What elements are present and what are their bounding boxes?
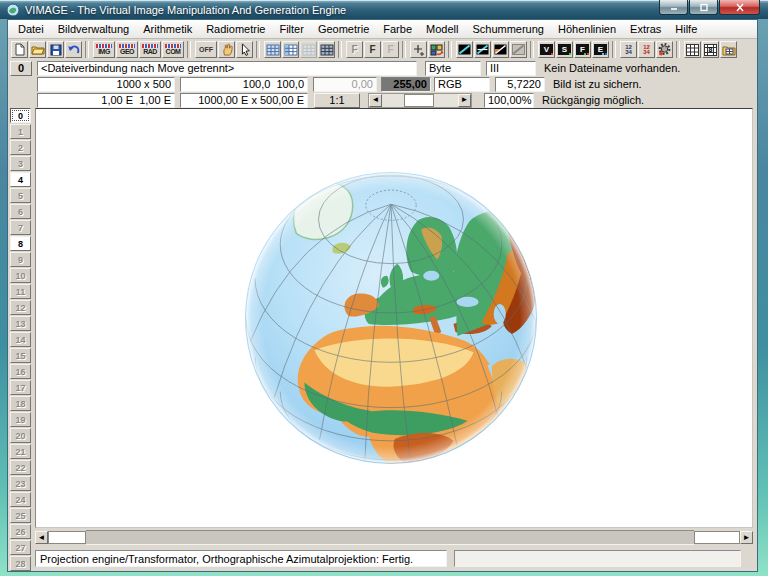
file-link-field[interactable]: <Dateiverbindung nach Move getrennt> [37, 61, 417, 76]
profile-diagonal-button-3[interactable] [492, 41, 509, 58]
image-slot-0[interactable]: 0 [10, 108, 31, 123]
image-list-faint-button[interactable] [300, 41, 317, 58]
profile-diagonal-button-1[interactable] [456, 41, 473, 58]
scroll-right-button[interactable]: ► [458, 94, 471, 107]
image-slot-25[interactable]: 25 [10, 508, 31, 523]
image-slot-24[interactable]: 24 [10, 492, 31, 507]
canvas-horizontal-scrollbar[interactable]: ◄ ► [35, 530, 753, 545]
image-slot-7[interactable]: 7 [10, 220, 31, 235]
zoom-scroll-thumb[interactable] [404, 94, 434, 107]
image-slot-17[interactable]: 17 [10, 380, 31, 395]
format-button-1[interactable]: F [346, 41, 363, 58]
view-e-button[interactable]: E [592, 41, 609, 58]
image-slot-19[interactable]: 19 [10, 412, 31, 427]
image-slot-3[interactable]: 3 [10, 156, 31, 171]
zoom-percent-field[interactable]: 100,00% [484, 93, 534, 108]
image-slot-8[interactable]: 8 [10, 236, 31, 251]
settings-gear-button[interactable] [656, 41, 673, 58]
menu-schummerung[interactable]: Schummerung [465, 22, 551, 36]
image-slot-28[interactable]: 28 [10, 556, 31, 571]
grid-8-button[interactable]: 8 [702, 41, 719, 58]
data-type-field[interactable]: Byte [425, 61, 481, 76]
menu-hilfe[interactable]: Hilfe [668, 22, 704, 36]
image-slot-23[interactable]: 23 [10, 476, 31, 491]
pixel-position-field[interactable]: 100,0 100,0 [180, 77, 308, 92]
hscroll-thumb[interactable] [48, 531, 86, 544]
ratio-1-1-button[interactable]: 1:1 [314, 93, 360, 108]
extent-field[interactable]: 1000,00 E x 500,00 E [180, 93, 308, 108]
menu-modell[interactable]: Modell [419, 22, 465, 36]
grid-overlay-button[interactable] [684, 41, 701, 58]
select-cursor-button[interactable] [236, 41, 253, 58]
pixel-value-field[interactable]: 5,7220 [495, 77, 545, 92]
image-canvas[interactable] [35, 108, 753, 528]
new-document-button[interactable] [11, 41, 28, 58]
max-value-field[interactable]: 255,00 [381, 77, 431, 92]
menu-radiometrie[interactable]: Radiometrie [199, 22, 272, 36]
com-channel-button[interactable]: COM [162, 41, 184, 58]
image-size-field[interactable]: 1000 x 500 [37, 77, 175, 92]
image-slot-6[interactable]: 6 [10, 204, 31, 219]
minimize-button[interactable] [659, 0, 688, 15]
view-f-button[interactable]: F [574, 41, 591, 58]
rad-channel-button[interactable]: RAD [139, 41, 161, 58]
image-slot-13[interactable]: 13 [10, 316, 31, 331]
image-index-button[interactable]: 0 [10, 61, 32, 76]
format-button-3[interactable]: F [382, 41, 399, 58]
menu-extras[interactable]: Extras [623, 22, 668, 36]
image-slot-9[interactable]: 9 [10, 252, 31, 267]
color-mode-field[interactable]: RGB [434, 77, 490, 92]
image-slot-1[interactable]: 1 [10, 124, 31, 139]
close-button[interactable] [719, 0, 760, 15]
hscroll-track[interactable] [86, 530, 694, 545]
menu-filter[interactable]: Filter [272, 22, 310, 36]
image-slot-26[interactable]: 26 [10, 524, 31, 539]
image-slot-15[interactable]: 15 [10, 348, 31, 363]
image-list-column-button[interactable] [282, 41, 299, 58]
image-slot-4[interactable]: 4 [10, 172, 31, 187]
hscroll-right-box[interactable] [694, 531, 740, 544]
image-list-grid-button[interactable] [264, 41, 281, 58]
maximize-button[interactable] [689, 0, 718, 15]
image-slot-10[interactable]: 10 [10, 268, 31, 283]
scroll-right-button[interactable]: ► [740, 531, 753, 544]
title-bar[interactable]: VIMAGE - The Virtual Image Manipulation … [0, 0, 768, 19]
image-slot-14[interactable]: 14 [10, 332, 31, 347]
scroll-left-button[interactable]: ◄ [35, 531, 48, 544]
coordinates-button[interactable]: 12 34 [620, 41, 637, 58]
img-channel-button[interactable]: IMG [93, 41, 115, 58]
view-v-button[interactable]: V [538, 41, 555, 58]
menu-farbe[interactable]: Farbe [376, 22, 419, 36]
image-slot-22[interactable]: 22 [10, 460, 31, 475]
image-slot-20[interactable]: 20 [10, 428, 31, 443]
profile-diagonal-button-4[interactable] [510, 41, 527, 58]
channels-field[interactable]: III [486, 61, 536, 76]
view-s-button[interactable]: S [556, 41, 573, 58]
undo-button[interactable] [65, 41, 82, 58]
coordinates-red-button[interactable]: 12 34 [638, 41, 655, 58]
zoom-scroll-track[interactable] [434, 94, 458, 107]
image-slot-5[interactable]: 5 [10, 188, 31, 203]
image-slot-11[interactable]: 11 [10, 284, 31, 299]
color-stamp-button[interactable] [428, 41, 445, 58]
menu-arithmetik[interactable]: Arithmetik [136, 22, 199, 36]
scroll-left-button[interactable]: ◄ [369, 94, 382, 107]
image-slot-12[interactable]: 12 [10, 300, 31, 315]
open-file-button[interactable] [29, 41, 46, 58]
image-slot-2[interactable]: 2 [10, 140, 31, 155]
menu-datei[interactable]: Datei [11, 22, 51, 36]
image-table-button[interactable] [318, 41, 335, 58]
crosshair-button[interactable] [410, 41, 427, 58]
format-button-2[interactable]: F [364, 41, 381, 58]
menu-geometrie[interactable]: Geometrie [311, 22, 376, 36]
geo-channel-button[interactable]: GEO [116, 41, 138, 58]
image-slot-18[interactable]: 18 [10, 396, 31, 411]
profile-diagonal-button-2[interactable] [474, 41, 491, 58]
menu-bildverwaltung[interactable]: Bildverwaltung [51, 22, 137, 36]
save-button[interactable] [47, 41, 64, 58]
image-slot-16[interactable]: 16 [10, 364, 31, 379]
zoom-scrollbar[interactable]: ◄ ► [368, 93, 472, 108]
off-button[interactable]: OFF [195, 41, 217, 58]
folder-grid-button[interactable] [720, 41, 737, 58]
zoom-scroll-track-left[interactable] [382, 94, 404, 107]
